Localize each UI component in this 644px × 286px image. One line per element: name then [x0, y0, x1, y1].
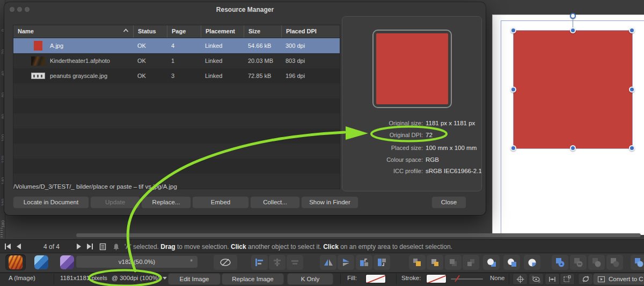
replace-image-button[interactable]: Replace Image: [222, 274, 283, 284]
empty-table-row: [13, 159, 340, 174]
detail-value: 100 mm x 100 mm: [426, 145, 481, 151]
ruler-ticks: [1, 228, 3, 239]
stroke-width-value[interactable]: None: [490, 275, 505, 281]
column-header-page[interactable]: Page: [167, 25, 201, 38]
locate-in-document-button[interactable]: Locate in Document: [13, 197, 89, 208]
snap-origin-button[interactable]: [513, 274, 527, 284]
insert-behind-button[interactable]: [483, 255, 500, 270]
insert-inside-button[interactable]: [524, 255, 540, 270]
resource-status: OK: [133, 68, 167, 83]
selection-handle-s[interactable]: [570, 145, 576, 151]
status-bar: 4 of 4 'A' selected. Drag to move select…: [0, 239, 644, 253]
app-window: 0 20 40 60 80 100 120 140 160 180 Resour…: [0, 0, 644, 286]
selection-handle-e[interactable]: [629, 87, 635, 92]
move-forward-button[interactable]: [427, 255, 443, 270]
column-header-name[interactable]: Name: [13, 25, 133, 38]
boolean-subtract-button[interactable]: [570, 255, 587, 270]
selection-handle-ne[interactable]: [629, 27, 635, 33]
boolean-xor-button[interactable]: [606, 255, 623, 270]
image-dpi-readout[interactable]: 1181x1181 pixels @ 300dpi (100%): [60, 275, 167, 281]
insert-on-top-button[interactable]: [503, 255, 520, 270]
sync-icon: [582, 275, 590, 283]
stroke-none-swatch[interactable]: [427, 275, 446, 283]
selection-handle-w[interactable]: [510, 87, 516, 92]
sort-ascending-icon: [123, 28, 129, 33]
align-left-button[interactable]: [251, 255, 268, 270]
column-header-placement[interactable]: Placement: [201, 25, 244, 38]
resource-size: 20.03 MB: [244, 53, 281, 68]
align-center-icon: [273, 258, 282, 267]
selection-handle-nw[interactable]: [510, 27, 516, 33]
boolean-intersect-icon: [592, 258, 602, 267]
move-to-front-button[interactable]: [409, 255, 426, 270]
move-backward-button[interactable]: [445, 255, 462, 270]
boolean-add-button[interactable]: +: [552, 255, 568, 270]
detail-label: Original size:: [342, 120, 423, 126]
first-page-icon[interactable]: [4, 243, 12, 250]
table-row[interactable]: peanuts grayscale.jpg OK 3 Linked 72.85 …: [13, 68, 340, 83]
publisher-persona-button[interactable]: [5, 254, 26, 270]
pixel-dimensions: 1181x1181 pixels: [60, 275, 107, 281]
document-tab[interactable]: v182 (50.0%) *: [76, 256, 197, 268]
space-horizontally-button[interactable]: [287, 255, 303, 270]
resource-manager-dialog: Resource Manager Name Status Page Placem…: [4, 2, 486, 215]
flip-horizontal-button[interactable]: [320, 255, 336, 270]
show-in-finder-button[interactable]: Show in Finder: [302, 197, 358, 208]
align-left-icon: [255, 258, 264, 267]
embed-button[interactable]: Embed: [193, 197, 248, 208]
detail-value: sRGB IEC61966-2.1: [426, 168, 481, 174]
convert-to-picture-frame-button[interactable]: Convert to C: [594, 274, 644, 284]
selection-handle-se[interactable]: [629, 145, 635, 151]
update-button[interactable]: Update: [91, 197, 140, 208]
transform-box-button[interactable]: [560, 274, 574, 284]
selection-handle-sw[interactable]: [510, 145, 516, 151]
selected-object-label: A (Image): [9, 275, 35, 281]
move-to-back-button[interactable]: [463, 255, 479, 270]
resource-size: 54.66 kB: [244, 38, 281, 53]
fill-none-swatch[interactable]: [366, 275, 385, 283]
rotate-clockwise-button[interactable]: [374, 255, 390, 270]
move-to-front-icon: [413, 258, 422, 267]
flip-vertical-button[interactable]: [338, 255, 354, 270]
k-only-button[interactable]: K Only: [288, 274, 333, 284]
boolean-divide-button[interactable]: [631, 255, 644, 270]
horizontal-scrollbar[interactable]: [76, 233, 641, 237]
selected-image-object[interactable]: [514, 31, 632, 148]
table-row[interactable]: A.jpg OK 4 Linked 54.66 kB 300 dpi: [13, 38, 340, 53]
close-button[interactable]: Close: [432, 197, 466, 208]
column-header-status[interactable]: Status: [133, 25, 167, 38]
designer-persona-button[interactable]: [31, 254, 52, 270]
boolean-xor-icon: [610, 258, 620, 267]
last-page-icon[interactable]: [86, 243, 93, 250]
table-row[interactable]: Kindertheater1.afphoto OK 1 Linked 20.03…: [13, 53, 340, 68]
preview-eye-button[interactable]: [529, 274, 543, 284]
separator: [340, 274, 341, 284]
boolean-intersect-button[interactable]: [588, 255, 605, 270]
scale-handles-button[interactable]: [545, 274, 559, 284]
photo-app-icon: [60, 255, 74, 269]
table-header: Name Status Page Placement Size Placed D…: [13, 25, 340, 38]
replace-button[interactable]: Replace...: [142, 197, 191, 208]
edit-image-button[interactable]: Edit Image: [169, 274, 220, 284]
pages-icon[interactable]: [99, 243, 106, 251]
resource-placement: Linked: [201, 53, 244, 68]
column-header-size[interactable]: Size: [244, 25, 281, 38]
dpi-value: @ 300dpi (100%): [112, 275, 160, 281]
collect-button[interactable]: Collect...: [251, 197, 299, 208]
column-header-placed-dpi[interactable]: Placed DPI: [281, 25, 340, 38]
rotate-counterclockwise-button[interactable]: [356, 255, 372, 270]
photo-persona-button[interactable]: [57, 254, 77, 270]
rotation-handle[interactable]: [570, 13, 576, 19]
preview-mode-button[interactable]: [214, 255, 237, 270]
selection-handle-n[interactable]: [570, 27, 576, 33]
previous-page-icon[interactable]: [16, 243, 21, 250]
margin-guide-vertical: [501, 20, 501, 234]
notifications-bell-icon[interactable]: [113, 243, 120, 251]
resource-preview-frame: [372, 30, 452, 108]
detail-label: ICC profile:: [342, 168, 423, 174]
next-page-icon[interactable]: [76, 243, 82, 250]
align-center-button[interactable]: [269, 255, 286, 270]
separator: [54, 274, 54, 284]
sync-button[interactable]: [579, 274, 592, 284]
convert-label: Convert to C: [609, 274, 643, 284]
